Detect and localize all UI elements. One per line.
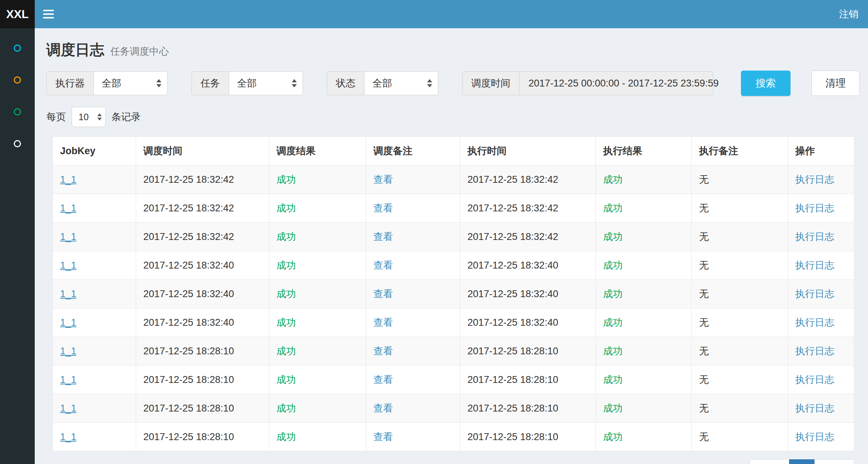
jobkey-link[interactable]: 1_1: [60, 288, 76, 299]
exec-log-link[interactable]: 执行日志: [795, 403, 834, 414]
exec-log-link[interactable]: 执行日志: [795, 346, 834, 357]
table-row: 1_1 2017-12-25 18:32:42 成功 查看 2017-12-25…: [53, 165, 854, 194]
trigger-result-text: 成功: [277, 374, 296, 385]
trigger-msg-link[interactable]: 查看: [374, 374, 393, 385]
trigger-time-cell: 2017-12-25 18:28:10: [136, 366, 269, 394]
page-size-value: 10: [79, 112, 89, 122]
job-select[interactable]: 全部: [229, 71, 303, 95]
current-page-button[interactable]: 1: [789, 459, 815, 464]
exec-log-link[interactable]: 执行日志: [795, 203, 834, 214]
jobkey-link[interactable]: 1_1: [60, 374, 76, 385]
handle-result-text: 成功: [603, 374, 623, 385]
trigger-msg-link[interactable]: 查看: [374, 431, 393, 442]
handle-msg-cell: 无: [692, 280, 788, 308]
app-logo: XXL: [0, 0, 35, 28]
trigger-result-text: 成功: [277, 260, 296, 271]
jobkey-link[interactable]: 1_1: [60, 403, 76, 414]
handle-result-text: 成功: [603, 346, 623, 357]
table-row: 1_1 2017-12-25 18:32:40 成功 查看 2017-12-25…: [53, 251, 854, 280]
trigger-result-text: 成功: [277, 203, 296, 214]
circle-icon: [14, 108, 21, 115]
handle-time-cell: 2017-12-25 18:32:40: [460, 251, 596, 280]
exec-log-link[interactable]: 执行日志: [795, 431, 834, 442]
table-row: 1_1 2017-12-25 18:28:10 成功 查看 2017-12-25…: [53, 337, 854, 366]
trigger-time-cell: 2017-12-25 18:32:42: [136, 223, 269, 251]
trigger-time-cell: 2017-12-25 18:28:10: [136, 337, 269, 366]
time-range-input[interactable]: 2017-12-25 00:00:00 - 2017-12-25 23:59:5…: [519, 71, 713, 95]
circle-icon: [14, 45, 21, 52]
trigger-result-text: 成功: [277, 288, 296, 299]
jobkey-link[interactable]: 1_1: [60, 260, 76, 271]
select-arrows-icon: [97, 113, 102, 121]
trigger-msg-link[interactable]: 查看: [374, 260, 393, 271]
exec-log-link[interactable]: 执行日志: [795, 288, 834, 299]
jobkey-link[interactable]: 1_1: [60, 231, 76, 242]
job-filter-group: 任务 全部: [191, 71, 303, 95]
trigger-msg-link[interactable]: 查看: [374, 403, 393, 414]
sidebar-item-4[interactable]: [7, 140, 28, 148]
select-arrows-icon: [156, 79, 161, 88]
trigger-msg-link[interactable]: 查看: [374, 346, 393, 357]
clear-button[interactable]: 清理: [812, 71, 860, 96]
sidebar: [0, 28, 35, 464]
trigger-msg-link[interactable]: 查看: [374, 288, 393, 299]
sidebar-item-3[interactable]: [7, 108, 28, 116]
exec-log-link[interactable]: 执行日志: [795, 260, 834, 271]
handle-result-text: 成功: [603, 403, 623, 414]
top-navbar: XXL 注销: [0, 0, 868, 28]
handle-result-text: 成功: [603, 203, 623, 214]
log-table: JobKey 调度时间 调度结果 调度备注 执行时间 执行结果 执行备注 操作 …: [52, 136, 854, 451]
logout-link[interactable]: 注销: [830, 0, 868, 28]
sidebar-toggle-button[interactable]: [35, 0, 62, 28]
handle-result-text: 成功: [603, 288, 623, 299]
handle-msg-cell: 无: [692, 223, 788, 251]
trigger-msg-link[interactable]: 查看: [374, 231, 393, 242]
handle-result-text: 成功: [603, 174, 623, 185]
jobkey-link[interactable]: 1_1: [60, 317, 76, 328]
status-filter-label: 状态: [327, 71, 364, 95]
handle-time-cell: 2017-12-25 18:32:40: [460, 280, 596, 308]
col-header-trigger-time: 调度时间: [136, 137, 269, 165]
handle-time-cell: 2017-12-25 18:28:10: [460, 337, 596, 366]
executor-select-value: 全部: [102, 78, 121, 89]
search-button[interactable]: 搜索: [741, 71, 791, 96]
handle-result-text: 成功: [603, 317, 623, 328]
handle-msg-cell: 无: [692, 366, 788, 394]
col-header-action: 操作: [788, 137, 854, 165]
table-row: 1_1 2017-12-25 18:28:10 成功 查看 2017-12-25…: [53, 394, 854, 423]
jobkey-link[interactable]: 1_1: [60, 346, 76, 357]
status-select[interactable]: 全部: [364, 71, 438, 95]
trigger-time-cell: 2017-12-25 18:32:40: [136, 308, 269, 337]
page-size-bar: 每页 10 条记录: [46, 107, 860, 127]
trigger-result-text: 成功: [277, 346, 296, 357]
prev-page-button[interactable]: 上页: [750, 459, 789, 464]
page-header: 调度日志 任务调度中心: [46, 40, 860, 60]
page-size-prefix: 每页: [46, 110, 66, 123]
handle-time-cell: 2017-12-25 18:32:42: [460, 194, 596, 223]
executor-select[interactable]: 全部: [93, 71, 168, 95]
exec-log-link[interactable]: 执行日志: [795, 174, 834, 185]
status-filter-group: 状态 全部: [327, 71, 438, 95]
jobkey-link[interactable]: 1_1: [60, 174, 76, 185]
table-header-row: JobKey 调度时间 调度结果 调度备注 执行时间 执行结果 执行备注 操作: [53, 137, 854, 165]
jobkey-link[interactable]: 1_1: [60, 431, 76, 442]
sidebar-item-2[interactable]: [7, 76, 28, 84]
exec-log-link[interactable]: 执行日志: [795, 317, 834, 328]
table-row: 1_1 2017-12-25 18:28:10 成功 查看 2017-12-25…: [53, 423, 854, 451]
next-page-button[interactable]: 下页: [814, 459, 854, 464]
trigger-result-text: 成功: [277, 317, 296, 328]
trigger-msg-link[interactable]: 查看: [374, 174, 393, 185]
page-size-select[interactable]: 10: [72, 107, 106, 127]
exec-log-link[interactable]: 执行日志: [795, 231, 834, 242]
trigger-time-cell: 2017-12-25 18:28:10: [136, 394, 269, 423]
handle-msg-cell: 无: [692, 308, 788, 337]
handle-msg-cell: 无: [692, 194, 788, 223]
sidebar-item-1[interactable]: [7, 44, 28, 52]
table-footer: 第 1 页 ( 总共 1 页， 10 条记录 ) 上页 1 下页: [52, 459, 854, 464]
jobkey-link[interactable]: 1_1: [60, 203, 76, 214]
trigger-msg-link[interactable]: 查看: [374, 317, 393, 328]
trigger-msg-link[interactable]: 查看: [374, 203, 393, 214]
exec-log-link[interactable]: 执行日志: [795, 374, 834, 385]
time-filter-group: 调度时间 2017-12-25 00:00:00 - 2017-12-25 23…: [462, 71, 713, 95]
handle-time-cell: 2017-12-25 18:28:10: [460, 366, 596, 394]
